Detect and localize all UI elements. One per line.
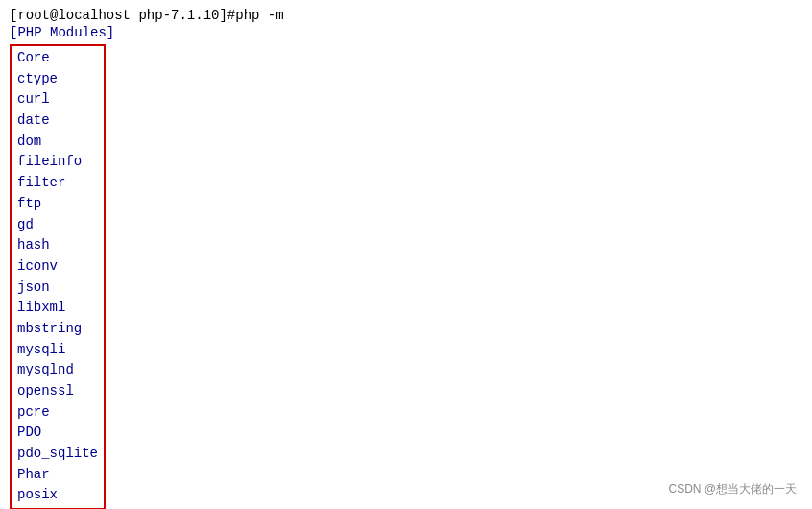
module-item: gd xyxy=(17,215,98,236)
module-item: fileinfo xyxy=(17,152,98,173)
module-item: curl xyxy=(17,89,98,110)
module-item: filter xyxy=(17,173,98,194)
module-item: Phar xyxy=(17,465,98,486)
module-item: libxml xyxy=(17,298,98,319)
module-item: json xyxy=(17,278,98,299)
module-item: ctype xyxy=(17,69,98,90)
module-item: pcre xyxy=(17,402,98,424)
modules-box: Corectypecurldatedomfileinfofilterftpgdh… xyxy=(10,44,106,509)
command-line: [root@localhost php-7.1.10]#php -m xyxy=(10,8,802,23)
module-item: PDO xyxy=(17,423,98,444)
module-item: pdo_sqlite xyxy=(17,444,98,465)
module-item: ftp xyxy=(17,194,98,215)
module-item: mysqlnd xyxy=(17,360,98,381)
watermark: CSDN @想当大佬的一天 xyxy=(668,481,797,497)
section-header: [PHP Modules] xyxy=(10,25,802,40)
module-item: Core xyxy=(17,48,98,69)
module-item: iconv xyxy=(17,256,98,278)
module-item: mbstring xyxy=(17,319,98,340)
module-item: dom xyxy=(17,132,98,153)
module-item: openssl xyxy=(17,381,98,402)
module-item: hash xyxy=(17,235,98,256)
module-item: date xyxy=(17,110,98,132)
module-item: posix xyxy=(17,485,98,506)
terminal-window: [root@localhost php-7.1.10]#php -m [PHP … xyxy=(0,0,812,509)
module-item: mysqli xyxy=(17,340,98,361)
command-prompt: [root@localhost php-7.1.10]#php -m xyxy=(10,8,284,23)
